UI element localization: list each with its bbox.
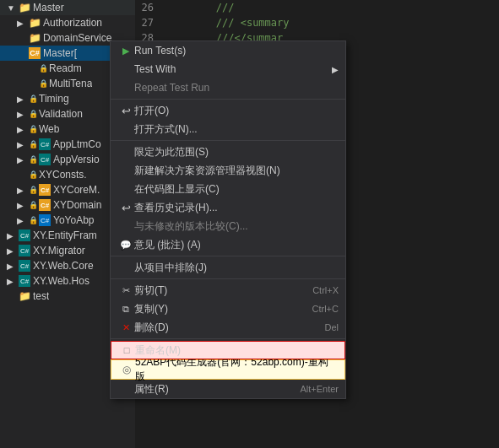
- project-icon-xycm: C#: [39, 184, 51, 196]
- code-line-27: 27 /// <summary: [135, 15, 499, 30]
- menu-item-compare: 与未修改的版本比较(C)...: [111, 217, 345, 235]
- run-icon: ▶: [117, 46, 134, 57]
- menu-item-copy[interactable]: ⧉ 复制(Y) Ctrl+C: [111, 300, 345, 318]
- menu-item-test-with[interactable]: Test With ▶: [111, 60, 345, 78]
- tree-label-migrator: XY.Migrator: [33, 245, 85, 256]
- code-gen-icon: ◎: [118, 364, 135, 375]
- menu-label-repeat-test: Repeat Test Run: [134, 82, 339, 94]
- menu-item-rename[interactable]: □ 重命名(M): [111, 341, 345, 359]
- expand-arrow-wc: ▶: [7, 262, 19, 271]
- menu-item-new-solution-view[interactable]: 新建解决方案资源管理器视图(N): [111, 161, 345, 180]
- lock-icon-multi: 🔒: [39, 79, 48, 88]
- folder-icon-master: 📁: [19, 2, 30, 13]
- tree-label-appversio: AppVersio: [53, 154, 100, 165]
- menu-label-open-with: 打开方式(N)...: [134, 122, 339, 137]
- menu-label-view-history: 查看历史记录(H)...: [134, 201, 339, 215]
- separator-2: [111, 140, 345, 141]
- expand-arrow-auth: ▶: [17, 19, 29, 28]
- expand-arrow-ef: ▶: [7, 231, 19, 240]
- project-icon-app: C#: [39, 138, 51, 150]
- context-menu: ▶ Run Test(s) Test With ▶ Repeat Test Ru…: [110, 40, 346, 399]
- project-icon-appv: C#: [39, 154, 51, 165]
- tree-label-multitena: MultiTena: [49, 78, 92, 89]
- menu-label-new-solution: 新建解决方案资源管理器视图(N): [134, 164, 339, 178]
- tree-label-webcore: XY.Web.Core: [33, 260, 94, 272]
- copy-icon: ⧉: [117, 304, 134, 315]
- code-line-26: 26 ///: [135, 0, 499, 15]
- tree-label-xydomain: XYDomain: [53, 199, 101, 211]
- lock-icon-web: 🔒: [29, 125, 38, 133]
- project-icon-mig: C#: [19, 245, 30, 256]
- tree-label-master: Master: [33, 2, 64, 13]
- line-number-27: 27: [135, 17, 160, 29]
- expand-arrow-wh: ▶: [7, 277, 19, 286]
- lock-icon-appv: 🔒: [29, 155, 38, 164]
- lock-icon-xycm: 🔒: [29, 186, 38, 194]
- tree-label-validation: Validation: [39, 108, 83, 120]
- expand-arrow-mig: ▶: [7, 246, 19, 256]
- tree-label-test: test: [33, 290, 49, 302]
- menu-item-delete[interactable]: ✕ 删除(D) Del: [111, 318, 345, 337]
- menu-item-properties[interactable]: 属性(R) Alt+Enter: [111, 380, 345, 398]
- menu-item-code-generator[interactable]: ◎ 52ABP代码生成器(官网：52abp.com)-重构版: [111, 359, 345, 380]
- copy-shortcut: Ctrl+C: [312, 304, 339, 314]
- menu-item-open-with[interactable]: 打开方式(N)...: [111, 120, 345, 138]
- line-content-27: /// <summary: [160, 17, 499, 29]
- menu-item-view-history[interactable]: ↩ 查看历史记录(H)...: [111, 198, 345, 217]
- menu-label-run-tests: Run Test(s): [134, 45, 339, 57]
- menu-item-repeat-test: Repeat Test Run: [111, 78, 345, 97]
- tree-label-appltmco: AppLtmCo: [53, 138, 101, 150]
- menu-label-exclude: 从项目中排除(J): [134, 261, 339, 275]
- menu-item-exclude[interactable]: 从项目中排除(J): [111, 258, 345, 277]
- tree-label-authorization: Authorization: [43, 17, 102, 29]
- rename-icon: □: [118, 345, 135, 355]
- delete-shortcut: Del: [324, 322, 339, 332]
- menu-item-limit-scope[interactable]: 限定为此范围(S): [111, 143, 345, 161]
- separator-5: [111, 338, 345, 339]
- project-icon-wc: C#: [19, 260, 30, 272]
- project-icon-xyd: C#: [39, 199, 51, 211]
- folder-icon-auth: 📁: [29, 17, 41, 29]
- tree-label-xycoreme: XYCoreM.: [53, 184, 100, 196]
- expand-arrow-yoyo: ▶: [17, 216, 29, 225]
- menu-label-properties: 属性(R): [134, 382, 283, 397]
- separator-1: [111, 99, 345, 100]
- menu-item-run-tests[interactable]: ▶ Run Test(s): [111, 41, 345, 60]
- separator-3: [111, 256, 345, 256]
- history-icon: ↩: [117, 202, 134, 214]
- project-icon-ef: C#: [19, 229, 30, 241]
- folder-icon-domain: 📁: [29, 32, 41, 44]
- menu-item-annotate[interactable]: 💬 意见 (批注) (A): [111, 235, 345, 254]
- folder-icon-test: 📁: [19, 290, 30, 302]
- tree-label-domainservice: DomainService: [43, 32, 111, 44]
- line-content-26: ///: [160, 2, 499, 13]
- menu-item-open[interactable]: ↩ 打开(O): [111, 101, 345, 120]
- menu-label-copy: 复制(Y): [134, 302, 296, 316]
- properties-shortcut: Alt+Enter: [300, 384, 339, 394]
- open-icon: ↩: [117, 105, 134, 117]
- menu-item-cut[interactable]: ✂ 剪切(T) Ctrl+X: [111, 281, 345, 300]
- tree-label-web: Web: [39, 123, 59, 135]
- lock-icon-timing: 🔒: [29, 94, 38, 103]
- project-icon-wh: C#: [19, 275, 30, 287]
- expand-arrow-timing: ▶: [17, 94, 29, 104]
- menu-label-limit-scope: 限定为此范围(S): [134, 145, 339, 159]
- tree-item-authorization[interactable]: ▶ 📁 Authorization: [0, 15, 135, 30]
- expand-arrow-app: ▶: [17, 140, 29, 149]
- menu-label-show-in-code: 在代码图上显示(C): [134, 182, 339, 197]
- cut-shortcut: Ctrl+X: [312, 285, 339, 295]
- tree-label-readme: Readm: [49, 62, 82, 74]
- lock-icon-valid: 🔒: [29, 110, 38, 118]
- line-number-26: 26: [135, 2, 160, 13]
- menu-label-delete: 删除(D): [134, 321, 307, 335]
- lock-icon-xyd: 🔒: [29, 201, 38, 209]
- tree-label-master-selected: Master[: [43, 47, 77, 59]
- expand-arrow-xyd: ▶: [17, 201, 29, 210]
- menu-item-show-in-code[interactable]: 在代码图上显示(C): [111, 180, 345, 198]
- tree-label-webhost: XY.Web.Hos: [33, 275, 89, 287]
- menu-label-test-with: Test With: [134, 63, 332, 75]
- tree-item-master[interactable]: ▼ 📁 Master: [0, 0, 135, 15]
- menu-label-cut: 剪切(T): [134, 283, 296, 298]
- menu-label-open: 打开(O): [134, 104, 339, 118]
- project-icon-master: C#: [29, 47, 41, 59]
